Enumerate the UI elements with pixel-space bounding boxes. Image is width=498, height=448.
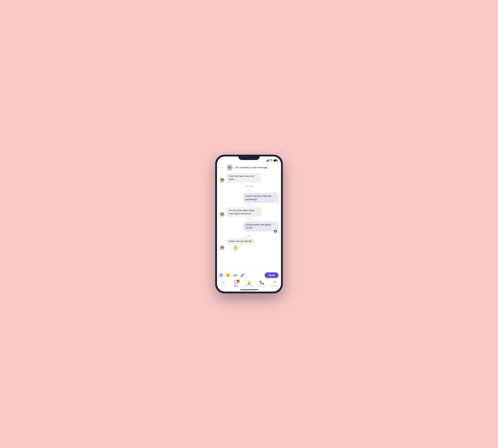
message-row: 🧑 I'm not at the office today. How about…: [219, 207, 279, 217]
emoji-reaction: 😊: [233, 245, 254, 250]
nav-item-contacts[interactable]: 📞 Contacts: [257, 280, 266, 287]
avatar: 🧑: [219, 245, 225, 250]
toolbar: 🖼 🙂 GIF 🎤 Send: [217, 271, 281, 279]
chat-area[interactable]: 🧑 Cool, let's talk more over lunch Yeste…: [217, 173, 281, 257]
message-row: Could I get your help with something?: [219, 193, 279, 203]
message-bubble: I'm not at the office today. How about t…: [226, 207, 262, 217]
bell-icon: 🔔: [247, 280, 251, 285]
nav-item-chat[interactable]: 1 💬 Chat: [232, 280, 241, 287]
home-bar: [240, 289, 258, 290]
emoji-icon[interactable]: 🙂: [226, 273, 230, 277]
avatar: 🧑: [219, 177, 225, 183]
wifi-icon: 📶: [270, 159, 273, 161]
message-row: 🧑 Great, see you then😀 😊: [219, 238, 279, 250]
signal-icon: [266, 159, 269, 161]
home-indicator: [217, 288, 281, 291]
nav-item-menu[interactable]: ☰ Menu: [219, 280, 228, 287]
phone-screen: 📶 ← 👫 You received a new message 🧑 Cool,…: [217, 157, 281, 291]
phone-frame: 📶 ← 👫 You received a new message 🧑 Cool,…: [215, 155, 283, 293]
avatar: 🧑: [219, 212, 225, 217]
bottom-nav: ☰ Menu 1 💬 Chat 🔔 Notifications 📞 Contac…: [217, 279, 281, 288]
timestamp: 14:49: [219, 204, 279, 206]
message-bubble: Sounds good, how about 10:30? 👍: [243, 221, 279, 231]
phone-icon: 📞: [260, 280, 264, 285]
nav-label-contacts: Contacts: [258, 285, 265, 287]
chat-header: ← 👫 You received a new message: [217, 163, 281, 173]
message-bubble: Could I get your help with something?: [243, 193, 279, 203]
input-area: [217, 257, 281, 271]
avatar: 👫: [226, 164, 233, 171]
timestamp: 14:50: [219, 218, 279, 220]
reaction-icon: 👍: [274, 229, 278, 233]
message-bubble: Cool, let's talk more over lunch: [226, 173, 262, 183]
back-button[interactable]: ←: [220, 165, 224, 170]
timestamp: 14:49: [219, 190, 279, 192]
nav-item-notifications[interactable]: 🔔 Notifications: [244, 280, 254, 287]
gif-button[interactable]: GIF: [233, 274, 237, 277]
menu-icon: ☰: [222, 280, 225, 285]
send-button[interactable]: Send: [265, 272, 279, 278]
date-divider: Yesterday: [219, 185, 279, 188]
header-title: You received a new message: [235, 166, 267, 169]
chat-badge: 1: [237, 280, 240, 283]
timestamp: 14:50: [219, 235, 279, 237]
message-input[interactable]: [219, 258, 279, 269]
nav-item-favorites[interactable]: 🤍 Favorites: [270, 280, 279, 287]
message-bubble: Great, see you then😀: [226, 238, 254, 245]
nav-label-menu: Menu: [221, 285, 226, 287]
reaction-emoji: 😊: [233, 245, 238, 250]
message-row: Sounds good, how about 10:30? 👍: [219, 221, 279, 233]
nav-label-favorites: Favorites: [271, 285, 278, 287]
microphone-icon[interactable]: 🎤: [240, 273, 245, 277]
message-row: 🧑 Cool, let's talk more over lunch: [219, 173, 279, 183]
nav-label-chat: Chat: [234, 285, 238, 287]
image-icon[interactable]: 🖼: [219, 273, 223, 277]
battery-icon: [274, 160, 278, 161]
heart-icon: 🤍: [272, 280, 277, 285]
notch: [238, 155, 260, 160]
nav-label-notifications: Notifications: [244, 285, 254, 287]
